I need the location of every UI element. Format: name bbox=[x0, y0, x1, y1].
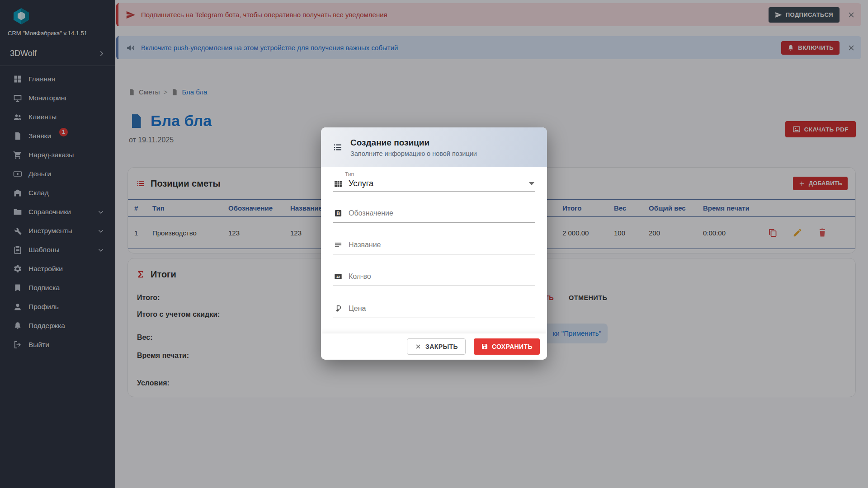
type-select[interactable]: Тип Услуга bbox=[333, 171, 535, 192]
list-icon bbox=[332, 142, 343, 153]
app-root: CRM "МояФабрика" v.14.1.51 3DWolf Главна… bbox=[0, 0, 868, 488]
ruble-icon bbox=[334, 304, 343, 313]
save-floppy-icon bbox=[481, 343, 488, 350]
modal-footer: ЗАКРЫТЬ СОХРАНИТЬ bbox=[321, 333, 547, 360]
price-field-wrap bbox=[333, 299, 535, 318]
designation-field-wrap: B bbox=[333, 204, 535, 223]
designation-b-icon: B bbox=[334, 209, 343, 218]
modal-header: Создание позиции Заполните информацию о … bbox=[321, 127, 547, 167]
dropdown-caret-icon bbox=[529, 182, 534, 185]
notes-icon bbox=[334, 240, 343, 249]
name-input[interactable] bbox=[349, 241, 534, 249]
modal-subtitle: Заполните информацию о новой позиции bbox=[350, 150, 477, 157]
svg-text:B: B bbox=[336, 211, 340, 216]
price-input[interactable] bbox=[349, 305, 534, 313]
create-position-modal: Создание позиции Заполните информацию о … bbox=[321, 127, 547, 360]
table-grid-icon bbox=[334, 179, 343, 188]
modal-save-button[interactable]: СОХРАНИТЬ bbox=[474, 338, 540, 355]
modal-close-button[interactable]: ЗАКРЫТЬ bbox=[407, 338, 466, 355]
name-field-wrap bbox=[333, 235, 535, 254]
designation-input[interactable] bbox=[349, 209, 534, 217]
number-icon: 12 bbox=[334, 272, 343, 281]
type-select-value: Услуга bbox=[349, 179, 373, 188]
close-icon bbox=[415, 343, 422, 350]
quantity-input[interactable] bbox=[349, 272, 534, 281]
quantity-field-wrap: 12 bbox=[333, 267, 535, 286]
svg-text:12: 12 bbox=[336, 275, 340, 279]
modal-title: Создание позиции bbox=[350, 138, 477, 148]
type-select-label: Тип bbox=[345, 171, 535, 178]
